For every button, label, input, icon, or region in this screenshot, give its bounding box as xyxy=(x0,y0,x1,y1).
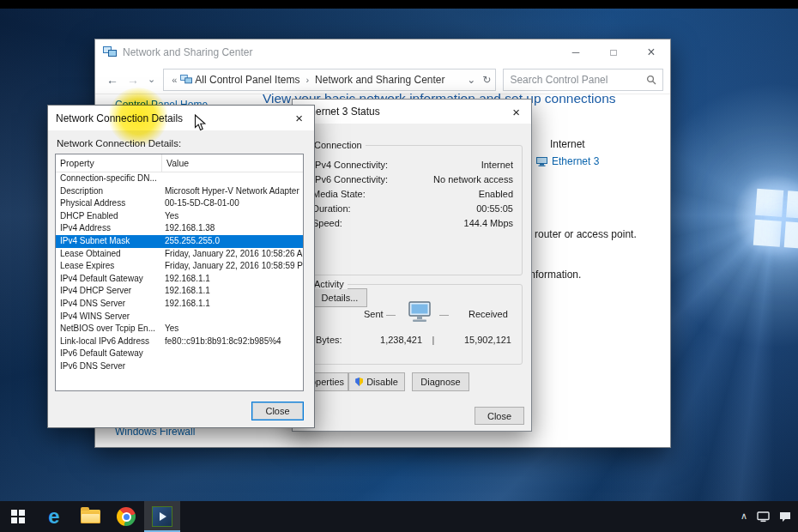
details-list-row[interactable]: IPv4 Default Gateway192.168.1.1 xyxy=(56,273,303,286)
recent-pages-icon[interactable]: ⌄ xyxy=(148,74,155,85)
address-bar[interactable]: « All Control Panel Items › Network and … xyxy=(163,69,496,91)
minimize-icon[interactable]: ─ xyxy=(557,39,595,65)
window-title: Network and Sharing Center xyxy=(123,46,252,58)
close-icon[interactable]: × xyxy=(632,39,670,65)
details-list-row[interactable]: Connection-specific DN... xyxy=(56,172,303,185)
close-icon[interactable]: × xyxy=(292,110,306,126)
activity-group-label: Activity xyxy=(311,279,348,289)
system-tray: ∧ xyxy=(741,511,798,523)
details-list-row[interactable]: Lease ExpiresFriday, January 22, 2016 10… xyxy=(56,260,303,273)
media-app-icon xyxy=(152,506,172,527)
disable-button[interactable]: Disable xyxy=(348,372,405,391)
column-value[interactable]: Value xyxy=(162,154,303,172)
connection-group: Connection IPv4 Connectivity:InternetIPv… xyxy=(303,145,523,275)
row-property: IPv6 Default Gateway xyxy=(56,348,161,360)
row-property: IPv4 DNS Server xyxy=(56,298,161,311)
column-property[interactable]: Property xyxy=(56,154,162,172)
ethernet-status-dialog: Ethernet 3 Status × Connection IPv4 Conn… xyxy=(292,99,532,432)
start-button[interactable] xyxy=(0,501,36,532)
nsc-addressbar: ← → ⌄ « All Control Panel Items › Networ… xyxy=(95,65,670,94)
breadcrumb-collapse-icon[interactable]: « xyxy=(172,75,177,85)
details-list-row[interactable]: DescriptionMicrosoft Hyper-V Network Ada… xyxy=(56,185,303,198)
details-list-row[interactable]: IPv4 DHCP Server192.168.1.1 xyxy=(56,285,303,298)
status-row-value: No network access xyxy=(433,174,513,185)
row-property: Physical Address xyxy=(56,197,161,210)
row-value: 192.168.1.1 xyxy=(161,285,303,298)
breadcrumb-root[interactable]: All Control Panel Items xyxy=(195,74,299,86)
details-list-body: Connection-specific DN...DescriptionMicr… xyxy=(56,172,303,373)
diagnose-button[interactable]: Diagnose xyxy=(412,372,469,391)
search-placeholder: Search Control Panel xyxy=(510,74,608,86)
tray-chevron-up-icon[interactable]: ∧ xyxy=(741,511,747,522)
activity-row: Sent — — Received xyxy=(304,304,522,326)
row-value: 192.168.1.1 xyxy=(161,298,303,311)
nsc-titlebar[interactable]: Network and Sharing Center ─ □ × xyxy=(95,39,670,65)
activity-group: Activity Sent — — Received Bytes: 1,238,… xyxy=(303,284,523,365)
status-row-value: 144.4 Mbps xyxy=(464,218,513,229)
details-close-button[interactable]: Close xyxy=(251,402,304,420)
row-value: fe80::c91b:8b91:8c92:b985%4 xyxy=(161,336,303,348)
taskbar-media-app-button[interactable] xyxy=(144,501,180,532)
details-list-row[interactable]: Lease ObtainedFriday, January 22, 2016 1… xyxy=(56,248,303,261)
dash-icon: — xyxy=(386,309,396,319)
uac-shield-icon xyxy=(355,378,363,386)
row-value xyxy=(161,311,303,323)
address-dropdown-icon[interactable]: ⌄ xyxy=(467,74,475,86)
forward-icon[interactable]: → xyxy=(127,73,139,87)
details-listview: Property Value Connection-specific DN...… xyxy=(55,154,304,391)
setup-text-fragment: router or access point. xyxy=(535,228,637,240)
status-row: Duration:00:55:05 xyxy=(304,202,522,216)
details-list-row[interactable]: Link-local IPv6 Addressfe80::c91b:8b91:8… xyxy=(56,336,303,348)
taskbar-chrome-button[interactable] xyxy=(108,501,144,532)
sent-bytes-value: 1,238,421 xyxy=(355,335,422,345)
row-value: Microsoft Hyper-V Network Adapter xyxy=(161,185,303,198)
status-row-value: 00:55:05 xyxy=(476,203,513,215)
received-label: Received xyxy=(469,309,508,319)
row-value: Friday, January 22, 2016 10:58:26 AM xyxy=(161,248,303,261)
taskbar: e ∧ xyxy=(0,501,798,532)
details-list-row[interactable]: DHCP EnabledYes xyxy=(56,210,303,223)
status-close-button[interactable]: Close xyxy=(475,407,524,425)
status-row: IPv4 Connectivity:Internet xyxy=(304,158,522,172)
details-list-row[interactable]: IPv6 Default Gateway xyxy=(56,348,303,360)
row-property: DHCP Enabled xyxy=(56,210,161,223)
status-row: Speed:144.4 Mbps xyxy=(304,216,522,231)
maximize-icon[interactable]: □ xyxy=(595,39,632,65)
row-value: 192.168.1.38 xyxy=(161,222,303,235)
status-connection-rows: IPv4 Connectivity:InternetIPv6 Connectiv… xyxy=(304,158,522,231)
received-bytes-value: 15,902,121 xyxy=(444,335,511,345)
details-list-row[interactable]: IPv4 WINS Server xyxy=(56,311,303,323)
back-icon[interactable]: ← xyxy=(106,73,118,87)
details-subtitle: Network Connection Details: xyxy=(57,138,181,148)
network-icon[interactable] xyxy=(757,511,770,523)
details-list-row[interactable]: IPv4 DNS Server192.168.1.1 xyxy=(56,298,303,311)
row-value: Yes xyxy=(161,323,303,336)
refresh-icon[interactable]: ↻ xyxy=(482,74,491,86)
status-titlebar[interactable]: Ethernet 3 Status × xyxy=(293,100,531,124)
row-property: IPv4 Default Gateway xyxy=(56,273,161,286)
row-property: Link-local IPv6 Address xyxy=(56,336,161,348)
windows-logo-glow xyxy=(753,189,798,249)
close-icon[interactable]: × xyxy=(509,104,523,120)
taskbar-edge-button[interactable]: e xyxy=(36,501,72,532)
row-property: Lease Expires xyxy=(56,260,161,273)
access-type-value: Internet xyxy=(550,138,585,150)
breadcrumb-current[interactable]: Network and Sharing Center xyxy=(315,74,444,86)
network-connection-details-dialog: Network Connection Details × Network Con… xyxy=(47,105,315,428)
status-row-label: IPv6 Connectivity: xyxy=(312,174,388,185)
details-list-row[interactable]: Physical Address00-15-5D-C8-01-00 xyxy=(56,197,303,210)
details-titlebar[interactable]: Network Connection Details × xyxy=(48,106,314,130)
taskbar-file-explorer-button[interactable] xyxy=(72,501,108,532)
action-center-icon[interactable] xyxy=(779,511,791,523)
details-list-row[interactable]: IPv6 DNS Server xyxy=(56,360,303,373)
mouse-cursor xyxy=(194,114,207,132)
listview-header[interactable]: Property Value xyxy=(56,154,303,172)
details-list-row[interactable]: IPv4 Address192.168.1.38 xyxy=(56,222,303,235)
details-list-row[interactable]: NetBIOS over Tcpip En...Yes xyxy=(56,323,303,336)
ethernet3-link[interactable]: Ethernet 3 xyxy=(552,155,599,167)
row-property: IPv4 Subnet Mask xyxy=(56,235,161,248)
row-value xyxy=(161,172,303,185)
details-list-row[interactable]: IPv4 Subnet Mask255.255.255.0 xyxy=(56,235,303,248)
search-box[interactable]: Search Control Panel xyxy=(503,69,663,91)
search-icon[interactable] xyxy=(646,75,656,85)
